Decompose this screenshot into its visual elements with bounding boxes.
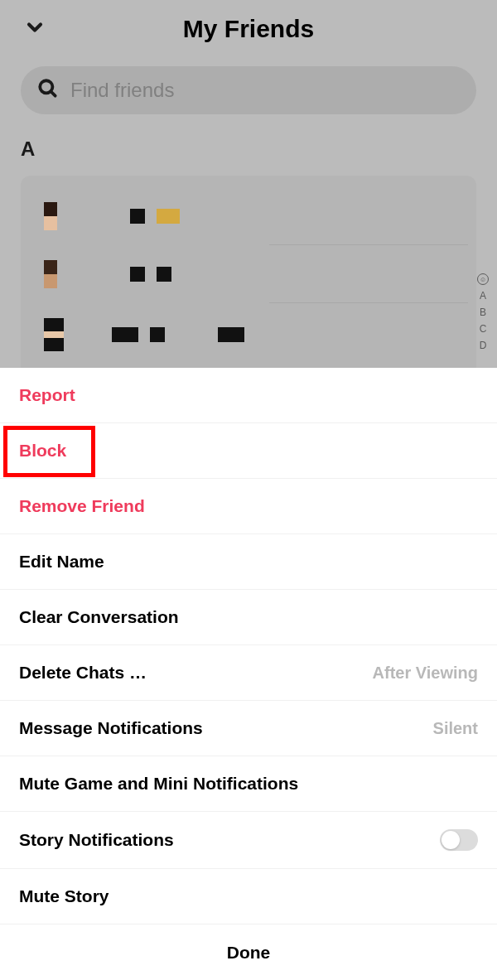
action-label: Clear Conversation — [19, 607, 179, 627]
friend-row[interactable] — [21, 303, 476, 366]
smiley-icon: ☺ — [477, 273, 489, 285]
action-label: Report — [19, 385, 75, 405]
alphabet-index[interactable]: ☺ A B C D — [477, 273, 489, 351]
avatar — [44, 318, 64, 351]
search-bar[interactable]: Find friends — [21, 66, 476, 114]
delete-chats-option[interactable]: Delete Chats … After Viewing — [0, 645, 497, 701]
action-sheet: Report Block Remove Friend Edit Name Cle… — [0, 368, 497, 980]
friends-screen-dimmed: My Friends Find friends A — [0, 0, 497, 368]
chevron-down-icon[interactable] — [23, 16, 46, 42]
friends-list — [21, 176, 476, 378]
index-letter: B — [480, 307, 486, 318]
action-label: Mute Story — [19, 886, 109, 906]
story-notifications-option[interactable]: Story Notifications — [0, 812, 497, 869]
mute-game-notifications-option[interactable]: Mute Game and Mini Notifications — [0, 756, 497, 812]
action-label: Block — [19, 441, 66, 461]
redacted-text — [157, 267, 171, 282]
redacted-text — [130, 267, 145, 282]
redacted-text — [157, 209, 180, 224]
action-label: Message Notifications — [19, 718, 203, 738]
search-icon — [37, 78, 59, 103]
header: My Friends — [0, 0, 497, 58]
toggle-switch[interactable] — [440, 829, 478, 851]
mute-story-option[interactable]: Mute Story — [0, 869, 497, 924]
section-letter: A — [21, 138, 497, 161]
index-letter: A — [480, 290, 486, 302]
message-notifications-option[interactable]: Message Notifications Silent — [0, 701, 497, 756]
index-letter: D — [480, 340, 487, 351]
action-label: Edit Name — [19, 552, 104, 572]
done-button[interactable]: Done — [0, 924, 497, 980]
redacted-text — [150, 327, 165, 342]
edit-name-option[interactable]: Edit Name — [0, 534, 497, 590]
remove-friend-option[interactable]: Remove Friend — [0, 479, 497, 534]
friend-row[interactable] — [21, 245, 476, 303]
avatar — [44, 260, 57, 288]
done-label: Done — [227, 943, 271, 962]
block-option[interactable]: Block — [0, 423, 497, 479]
report-option[interactable]: Report — [0, 368, 497, 423]
index-letter: C — [480, 323, 487, 335]
action-label: Remove Friend — [19, 496, 145, 516]
action-label: Story Notifications — [19, 830, 174, 850]
page-title: My Friends — [23, 15, 474, 43]
toggle-knob — [442, 831, 460, 849]
search-placeholder: Find friends — [70, 79, 174, 102]
action-value: Silent — [433, 719, 478, 738]
avatar — [44, 202, 57, 230]
svg-line-1 — [51, 91, 55, 95]
redacted-text — [112, 327, 138, 342]
clear-conversation-option[interactable]: Clear Conversation — [0, 590, 497, 645]
action-value: After Viewing — [373, 664, 478, 683]
action-label: Mute Game and Mini Notifications — [19, 774, 298, 794]
action-label: Delete Chats … — [19, 663, 147, 683]
redacted-text — [218, 327, 244, 342]
redacted-text — [130, 209, 145, 224]
friend-row[interactable] — [21, 187, 476, 245]
